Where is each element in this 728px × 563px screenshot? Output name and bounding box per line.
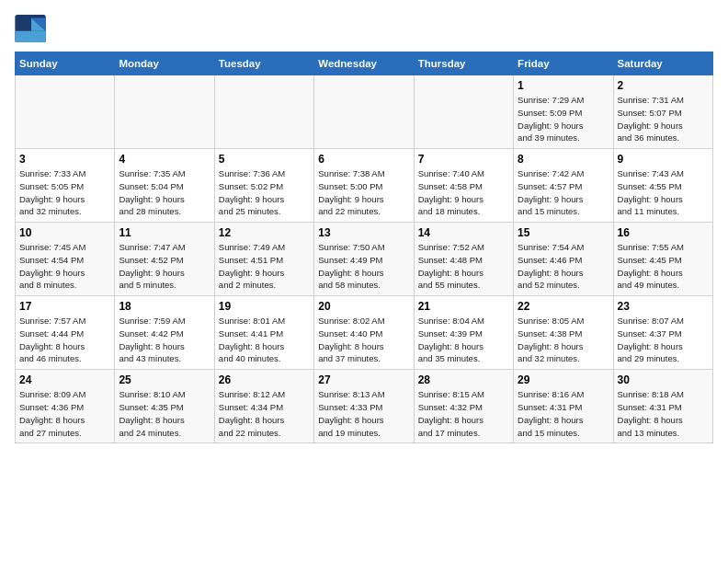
day-number: 29: [518, 373, 609, 386]
day-info: Sunrise: 7:33 AM Sunset: 5:05 PM Dayligh…: [19, 167, 110, 218]
day-number: 17: [19, 300, 110, 313]
day-number: 1: [518, 79, 609, 92]
calendar-cell: 17Sunrise: 7:57 AM Sunset: 4:44 PM Dayli…: [16, 296, 115, 370]
day-number: 9: [618, 153, 709, 166]
day-info: Sunrise: 7:35 AM Sunset: 5:04 PM Dayligh…: [119, 167, 210, 218]
day-info: Sunrise: 8:18 AM Sunset: 4:31 PM Dayligh…: [618, 388, 709, 439]
day-info: Sunrise: 7:45 AM Sunset: 4:54 PM Dayligh…: [19, 241, 110, 292]
day-info: Sunrise: 8:09 AM Sunset: 4:36 PM Dayligh…: [19, 388, 110, 439]
calendar-week-row: 24Sunrise: 8:09 AM Sunset: 4:36 PM Dayli…: [16, 370, 713, 443]
weekday-header-friday: Friday: [514, 52, 613, 75]
calendar-cell: [16, 75, 115, 149]
calendar-cell: 19Sunrise: 8:01 AM Sunset: 4:41 PM Dayli…: [214, 296, 313, 370]
weekday-header-row: SundayMondayTuesdayWednesdayThursdayFrid…: [16, 52, 713, 75]
calendar-cell: 20Sunrise: 8:02 AM Sunset: 4:40 PM Dayli…: [314, 296, 414, 370]
calendar-cell: 26Sunrise: 8:12 AM Sunset: 4:34 PM Dayli…: [214, 370, 313, 443]
calendar-table: SundayMondayTuesdayWednesdayThursdayFrid…: [15, 52, 713, 443]
day-info: Sunrise: 8:10 AM Sunset: 4:35 PM Dayligh…: [119, 388, 210, 439]
day-number: 15: [518, 226, 609, 239]
calendar-week-row: 10Sunrise: 7:45 AM Sunset: 4:54 PM Dayli…: [16, 223, 713, 296]
calendar-cell: 23Sunrise: 8:07 AM Sunset: 4:37 PM Dayli…: [613, 296, 712, 370]
day-number: 8: [518, 153, 609, 166]
day-number: 25: [119, 373, 210, 386]
day-number: 10: [19, 226, 110, 239]
day-info: Sunrise: 8:02 AM Sunset: 4:40 PM Dayligh…: [318, 315, 409, 365]
day-info: Sunrise: 8:04 AM Sunset: 4:39 PM Dayligh…: [418, 315, 509, 365]
logo-icon: [15, 15, 48, 42]
calendar-cell: 28Sunrise: 8:15 AM Sunset: 4:32 PM Dayli…: [414, 370, 513, 443]
weekday-header-tuesday: Tuesday: [214, 52, 313, 75]
calendar-cell: 25Sunrise: 8:10 AM Sunset: 4:35 PM Dayli…: [115, 370, 214, 443]
day-number: 16: [618, 226, 709, 239]
day-number: 11: [119, 226, 210, 239]
calendar-week-row: 3Sunrise: 7:33 AM Sunset: 5:05 PM Daylig…: [16, 149, 713, 223]
day-number: 13: [318, 226, 409, 239]
day-number: 18: [119, 300, 210, 313]
calendar-cell: 24Sunrise: 8:09 AM Sunset: 4:36 PM Dayli…: [16, 370, 115, 443]
day-info: Sunrise: 7:38 AM Sunset: 5:00 PM Dayligh…: [318, 167, 409, 218]
day-info: Sunrise: 7:50 AM Sunset: 4:49 PM Dayligh…: [318, 241, 409, 292]
calendar-cell: 14Sunrise: 7:52 AM Sunset: 4:48 PM Dayli…: [414, 223, 513, 296]
calendar-cell: 11Sunrise: 7:47 AM Sunset: 4:52 PM Dayli…: [115, 223, 214, 296]
weekday-header-sunday: Sunday: [16, 52, 115, 75]
calendar-cell: 1Sunrise: 7:29 AM Sunset: 5:09 PM Daylig…: [514, 75, 613, 149]
day-number: 7: [418, 153, 509, 166]
calendar-cell: 16Sunrise: 7:55 AM Sunset: 4:45 PM Dayli…: [613, 223, 712, 296]
calendar-cell: 2Sunrise: 7:31 AM Sunset: 5:07 PM Daylig…: [613, 75, 712, 149]
day-info: Sunrise: 7:43 AM Sunset: 4:55 PM Dayligh…: [618, 167, 709, 218]
day-number: 4: [119, 153, 210, 166]
calendar-cell: 27Sunrise: 8:13 AM Sunset: 4:33 PM Dayli…: [314, 370, 414, 443]
day-number: 12: [219, 226, 310, 239]
weekday-header-wednesday: Wednesday: [314, 52, 414, 75]
day-info: Sunrise: 8:15 AM Sunset: 4:32 PM Dayligh…: [418, 388, 509, 439]
day-number: 24: [19, 373, 110, 386]
day-info: Sunrise: 8:05 AM Sunset: 4:38 PM Dayligh…: [518, 315, 609, 365]
calendar-cell: 15Sunrise: 7:54 AM Sunset: 4:46 PM Dayli…: [514, 223, 613, 296]
day-number: 3: [19, 153, 110, 166]
day-info: Sunrise: 7:57 AM Sunset: 4:44 PM Dayligh…: [19, 315, 110, 365]
day-number: 6: [318, 153, 409, 166]
calendar-cell: 21Sunrise: 8:04 AM Sunset: 4:39 PM Dayli…: [414, 296, 513, 370]
day-info: Sunrise: 7:40 AM Sunset: 4:58 PM Dayligh…: [418, 167, 509, 218]
day-info: Sunrise: 7:55 AM Sunset: 4:45 PM Dayligh…: [618, 241, 709, 292]
day-number: 20: [318, 300, 409, 313]
calendar-week-row: 1Sunrise: 7:29 AM Sunset: 5:09 PM Daylig…: [16, 75, 713, 149]
weekday-header-saturday: Saturday: [613, 52, 712, 75]
calendar-cell: [414, 75, 513, 149]
day-number: 14: [418, 226, 509, 239]
calendar-cell: 18Sunrise: 7:59 AM Sunset: 4:42 PM Dayli…: [115, 296, 214, 370]
logo: [15, 15, 51, 42]
weekday-header-monday: Monday: [115, 52, 214, 75]
day-number: 19: [219, 300, 310, 313]
calendar-week-row: 17Sunrise: 7:57 AM Sunset: 4:44 PM Dayli…: [16, 296, 713, 370]
calendar-cell: 30Sunrise: 8:18 AM Sunset: 4:31 PM Dayli…: [613, 370, 712, 443]
day-info: Sunrise: 7:29 AM Sunset: 5:09 PM Dayligh…: [518, 94, 609, 144]
calendar-cell: 10Sunrise: 7:45 AM Sunset: 4:54 PM Dayli…: [16, 223, 115, 296]
day-info: Sunrise: 7:31 AM Sunset: 5:07 PM Dayligh…: [618, 94, 709, 144]
calendar-cell: 4Sunrise: 7:35 AM Sunset: 5:04 PM Daylig…: [115, 149, 214, 223]
day-number: 5: [219, 153, 310, 166]
day-number: 30: [618, 373, 709, 386]
day-number: 2: [618, 79, 709, 92]
day-info: Sunrise: 8:01 AM Sunset: 4:41 PM Dayligh…: [219, 315, 310, 365]
calendar-cell: 29Sunrise: 8:16 AM Sunset: 4:31 PM Dayli…: [514, 370, 613, 443]
svg-rect-3: [15, 31, 46, 42]
day-number: 27: [318, 373, 409, 386]
calendar-cell: 7Sunrise: 7:40 AM Sunset: 4:58 PM Daylig…: [414, 149, 513, 223]
day-info: Sunrise: 8:13 AM Sunset: 4:33 PM Dayligh…: [318, 388, 409, 439]
day-info: Sunrise: 7:59 AM Sunset: 4:42 PM Dayligh…: [119, 315, 210, 365]
day-number: 22: [518, 300, 609, 313]
weekday-header-thursday: Thursday: [414, 52, 513, 75]
day-number: 23: [618, 300, 709, 313]
calendar-cell: 6Sunrise: 7:38 AM Sunset: 5:00 PM Daylig…: [314, 149, 414, 223]
calendar-cell: 8Sunrise: 7:42 AM Sunset: 4:57 PM Daylig…: [514, 149, 613, 223]
day-number: 28: [418, 373, 509, 386]
day-info: Sunrise: 7:52 AM Sunset: 4:48 PM Dayligh…: [418, 241, 509, 292]
day-info: Sunrise: 7:54 AM Sunset: 4:46 PM Dayligh…: [518, 241, 609, 292]
day-info: Sunrise: 7:49 AM Sunset: 4:51 PM Dayligh…: [219, 241, 310, 292]
day-info: Sunrise: 7:36 AM Sunset: 5:02 PM Dayligh…: [219, 167, 310, 218]
day-info: Sunrise: 7:47 AM Sunset: 4:52 PM Dayligh…: [119, 241, 210, 292]
day-info: Sunrise: 7:42 AM Sunset: 4:57 PM Dayligh…: [518, 167, 609, 218]
header: [15, 15, 713, 42]
calendar-cell: [115, 75, 214, 149]
